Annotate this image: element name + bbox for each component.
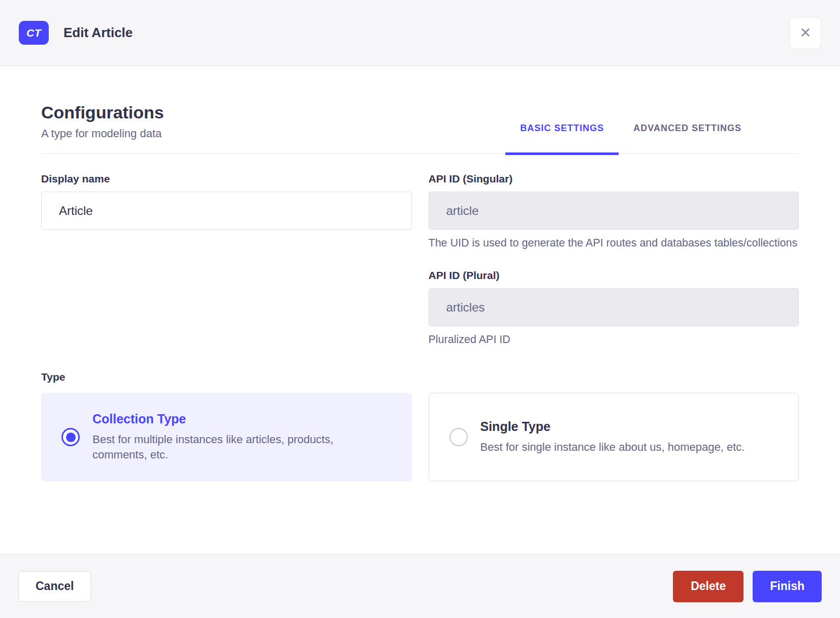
collection-type-title: Collection Type <box>92 412 369 426</box>
radio-selected-icon[interactable] <box>61 428 80 446</box>
api-id-plural-help: Pluralized API ID <box>429 332 799 348</box>
modal-title: Edit Article <box>63 25 133 41</box>
modal-body: Configurations A type for modeling data … <box>0 66 840 554</box>
single-type-text: Single Type Best for single instance lik… <box>480 419 745 455</box>
section-header: Configurations A type for modeling data … <box>41 103 799 154</box>
settings-tabs: BASIC SETTINGS ADVANCED SETTINGS <box>505 103 756 153</box>
collection-type-description: Best for multiple instances like article… <box>92 432 369 464</box>
section-titles: Configurations A type for modeling data <box>41 103 164 153</box>
page-subtitle: A type for modeling data <box>41 127 164 140</box>
close-button[interactable]: ✕ <box>790 17 821 49</box>
delete-button[interactable]: Delete <box>673 571 744 602</box>
api-id-singular-label: API ID (Singular) <box>429 173 799 185</box>
single-type-description: Best for single instance like about us, … <box>480 440 745 455</box>
api-id-plural-group: API ID (Plural) Pluralized API ID <box>429 269 799 348</box>
type-option-collection-type[interactable]: Collection Type Best for multiple instan… <box>41 393 412 481</box>
type-label: Type <box>41 371 799 383</box>
api-id-singular-input <box>429 192 799 230</box>
single-type-title: Single Type <box>480 419 745 434</box>
modal-footer: Cancel Delete Finish <box>0 554 840 618</box>
page-title: Configurations <box>41 103 164 122</box>
display-name-input[interactable] <box>41 192 412 230</box>
content-type-badge-label: CT <box>26 27 41 39</box>
content-type-badge: CT <box>19 21 49 45</box>
api-id-singular-group: API ID (Singular) The UID is used to gen… <box>429 173 799 251</box>
api-id-singular-help: The UID is used to generate the API rout… <box>429 235 799 251</box>
collection-type-text: Collection Type Best for multiple instan… <box>92 412 369 464</box>
cancel-button[interactable]: Cancel <box>18 571 91 602</box>
close-icon: ✕ <box>799 26 811 40</box>
tab-advanced-settings[interactable]: ADVANCED SETTINGS <box>619 103 756 153</box>
form-right-column: API ID (Singular) The UID is used to gen… <box>429 173 799 348</box>
configuration-form: Display name API ID (Singular) The UID i… <box>41 173 799 481</box>
display-name-group: Display name <box>41 173 412 230</box>
api-id-plural-label: API ID (Plural) <box>429 269 799 282</box>
type-option-single-type[interactable]: Single Type Best for single instance lik… <box>429 393 799 481</box>
tab-basic-settings[interactable]: BASIC SETTINGS <box>505 103 619 153</box>
form-left-column: Display name <box>41 173 412 348</box>
display-name-label: Display name <box>41 173 412 185</box>
radio-unselected-icon[interactable] <box>449 428 468 446</box>
finish-button[interactable]: Finish <box>753 571 822 602</box>
api-id-plural-input <box>429 288 799 326</box>
modal-header: CT Edit Article ✕ <box>0 0 840 66</box>
